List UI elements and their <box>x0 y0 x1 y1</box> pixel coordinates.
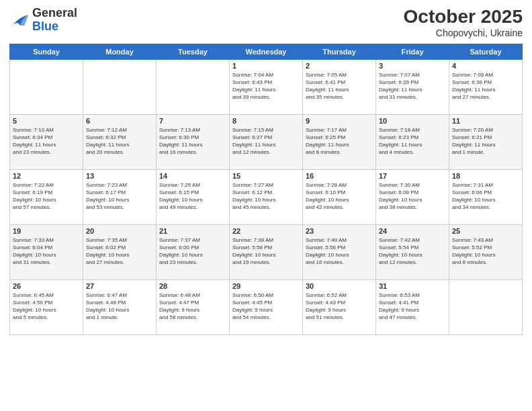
calendar-table: Sunday Monday Tuesday Wednesday Thursday… <box>9 44 523 335</box>
day-info: Sunrise: 7:40 AM Sunset: 5:56 PM Dayligh… <box>306 236 373 267</box>
table-row: 12Sunrise: 7:22 AM Sunset: 6:19 PM Dayli… <box>10 169 83 224</box>
table-row: 13Sunrise: 7:23 AM Sunset: 6:17 PM Dayli… <box>83 169 157 224</box>
table-row: 14Sunrise: 7:25 AM Sunset: 6:15 PM Dayli… <box>157 169 230 224</box>
table-row: 4Sunrise: 7:09 AM Sunset: 6:36 PM Daylig… <box>449 59 523 114</box>
logo-bird-icon <box>9 11 30 30</box>
day-info: Sunrise: 7:20 AM Sunset: 6:21 PM Dayligh… <box>452 126 519 156</box>
day-info: Sunrise: 7:15 AM Sunset: 6:27 PM Dayligh… <box>232 126 300 156</box>
table-row: 10Sunrise: 7:18 AM Sunset: 6:23 PM Dayli… <box>376 114 449 169</box>
day-number: 19 <box>13 227 80 235</box>
day-number: 5 <box>13 117 80 125</box>
day-info: Sunrise: 6:45 AM Sunset: 4:50 PM Dayligh… <box>13 291 80 322</box>
day-number: 7 <box>159 117 226 125</box>
table-row: 30Sunrise: 6:52 AM Sunset: 4:43 PM Dayli… <box>303 279 376 334</box>
day-info: Sunrise: 7:07 AM Sunset: 6:39 PM Dayligh… <box>379 71 446 101</box>
table-row: 2Sunrise: 7:05 AM Sunset: 6:41 PM Daylig… <box>303 59 376 114</box>
col-monday: Monday <box>83 44 157 59</box>
table-row <box>10 59 83 114</box>
day-number: 14 <box>159 172 226 180</box>
day-number: 10 <box>379 117 446 125</box>
table-row: 11Sunrise: 7:20 AM Sunset: 6:21 PM Dayli… <box>449 114 523 169</box>
table-row: 15Sunrise: 7:27 AM Sunset: 6:12 PM Dayli… <box>230 169 303 224</box>
day-number: 25 <box>452 227 519 235</box>
day-number: 31 <box>379 282 446 290</box>
col-wednesday: Wednesday <box>230 44 303 59</box>
day-number: 8 <box>232 117 300 125</box>
day-info: Sunrise: 7:31 AM Sunset: 6:06 PM Dayligh… <box>452 181 519 212</box>
table-row: 8Sunrise: 7:15 AM Sunset: 6:27 PM Daylig… <box>230 114 303 169</box>
title-block: October 2025 Chopovychi, Ukraine <box>404 7 523 38</box>
day-info: Sunrise: 7:35 AM Sunset: 6:02 PM Dayligh… <box>86 236 153 267</box>
table-row <box>449 279 523 334</box>
table-row: 9Sunrise: 7:17 AM Sunset: 6:25 PM Daylig… <box>303 114 376 169</box>
calendar-week-1: 1Sunrise: 7:04 AM Sunset: 6:43 PM Daylig… <box>10 59 523 114</box>
day-number: 30 <box>306 282 373 290</box>
table-row: 26Sunrise: 6:45 AM Sunset: 4:50 PM Dayli… <box>10 279 83 334</box>
col-sunday: Sunday <box>10 44 83 59</box>
calendar-week-4: 19Sunrise: 7:33 AM Sunset: 6:04 PM Dayli… <box>10 224 523 279</box>
col-friday: Friday <box>376 44 449 59</box>
col-saturday: Saturday <box>449 44 523 59</box>
table-row <box>157 59 230 114</box>
day-info: Sunrise: 7:42 AM Sunset: 5:54 PM Dayligh… <box>379 236 446 267</box>
table-row: 1Sunrise: 7:04 AM Sunset: 6:43 PM Daylig… <box>230 59 303 114</box>
table-row <box>83 59 157 114</box>
location-subtitle: Chopovychi, Ukraine <box>404 28 523 38</box>
day-info: Sunrise: 7:18 AM Sunset: 6:23 PM Dayligh… <box>379 126 446 156</box>
col-thursday: Thursday <box>303 44 376 59</box>
calendar-header-row: Sunday Monday Tuesday Wednesday Thursday… <box>10 44 523 59</box>
day-number: 3 <box>379 62 446 70</box>
day-info: Sunrise: 7:43 AM Sunset: 5:52 PM Dayligh… <box>452 236 519 267</box>
calendar-week-3: 12Sunrise: 7:22 AM Sunset: 6:19 PM Dayli… <box>10 169 523 224</box>
day-info: Sunrise: 7:38 AM Sunset: 5:58 PM Dayligh… <box>232 236 300 267</box>
day-info: Sunrise: 7:13 AM Sunset: 6:30 PM Dayligh… <box>159 126 226 156</box>
table-row: 21Sunrise: 7:37 AM Sunset: 6:00 PM Dayli… <box>157 224 230 279</box>
day-info: Sunrise: 6:52 AM Sunset: 4:43 PM Dayligh… <box>306 291 373 322</box>
day-info: Sunrise: 7:27 AM Sunset: 6:12 PM Dayligh… <box>232 181 300 212</box>
day-number: 12 <box>13 172 80 180</box>
day-number: 16 <box>306 172 373 180</box>
table-row: 6Sunrise: 7:12 AM Sunset: 6:32 PM Daylig… <box>83 114 157 169</box>
page: General Blue October 2025 Chopovychi, Uk… <box>0 0 532 411</box>
table-row: 18Sunrise: 7:31 AM Sunset: 6:06 PM Dayli… <box>449 169 523 224</box>
col-tuesday: Tuesday <box>157 44 230 59</box>
day-number: 1 <box>232 62 300 70</box>
day-info: Sunrise: 7:33 AM Sunset: 6:04 PM Dayligh… <box>13 236 80 267</box>
day-number: 2 <box>306 62 373 70</box>
table-row: 23Sunrise: 7:40 AM Sunset: 5:56 PM Dayli… <box>303 224 376 279</box>
day-number: 21 <box>159 227 226 235</box>
day-info: Sunrise: 7:37 AM Sunset: 6:00 PM Dayligh… <box>159 236 226 267</box>
day-info: Sunrise: 7:30 AM Sunset: 6:08 PM Dayligh… <box>379 181 446 212</box>
day-info: Sunrise: 6:48 AM Sunset: 4:47 PM Dayligh… <box>159 291 226 322</box>
table-row: 22Sunrise: 7:38 AM Sunset: 5:58 PM Dayli… <box>230 224 303 279</box>
day-number: 9 <box>306 117 373 125</box>
day-number: 4 <box>452 62 519 70</box>
day-number: 20 <box>86 227 153 235</box>
day-number: 17 <box>379 172 446 180</box>
logo-general: General <box>32 7 77 20</box>
day-number: 27 <box>86 282 153 290</box>
day-info: Sunrise: 7:17 AM Sunset: 6:25 PM Dayligh… <box>306 126 373 156</box>
day-number: 15 <box>232 172 300 180</box>
calendar-week-2: 5Sunrise: 7:10 AM Sunset: 6:34 PM Daylig… <box>10 114 523 169</box>
day-info: Sunrise: 6:47 AM Sunset: 4:48 PM Dayligh… <box>86 291 153 322</box>
day-number: 29 <box>232 282 300 290</box>
day-info: Sunrise: 7:05 AM Sunset: 6:41 PM Dayligh… <box>306 71 373 101</box>
logo-blue: Blue <box>32 20 77 34</box>
table-row: 25Sunrise: 7:43 AM Sunset: 5:52 PM Dayli… <box>449 224 523 279</box>
table-row: 3Sunrise: 7:07 AM Sunset: 6:39 PM Daylig… <box>376 59 449 114</box>
day-number: 24 <box>379 227 446 235</box>
logo: General Blue <box>9 7 77 34</box>
day-info: Sunrise: 7:23 AM Sunset: 6:17 PM Dayligh… <box>86 181 153 212</box>
table-row: 28Sunrise: 6:48 AM Sunset: 4:47 PM Dayli… <box>157 279 230 334</box>
day-info: Sunrise: 7:28 AM Sunset: 6:10 PM Dayligh… <box>306 181 373 212</box>
day-number: 18 <box>452 172 519 180</box>
table-row: 5Sunrise: 7:10 AM Sunset: 6:34 PM Daylig… <box>10 114 83 169</box>
day-info: Sunrise: 7:04 AM Sunset: 6:43 PM Dayligh… <box>232 71 300 101</box>
table-row: 31Sunrise: 6:53 AM Sunset: 4:41 PM Dayli… <box>376 279 449 334</box>
table-row: 24Sunrise: 7:42 AM Sunset: 5:54 PM Dayli… <box>376 224 449 279</box>
day-number: 11 <box>452 117 519 125</box>
logo-text: General Blue <box>32 7 77 34</box>
day-number: 6 <box>86 117 153 125</box>
day-info: Sunrise: 7:25 AM Sunset: 6:15 PM Dayligh… <box>159 181 226 212</box>
